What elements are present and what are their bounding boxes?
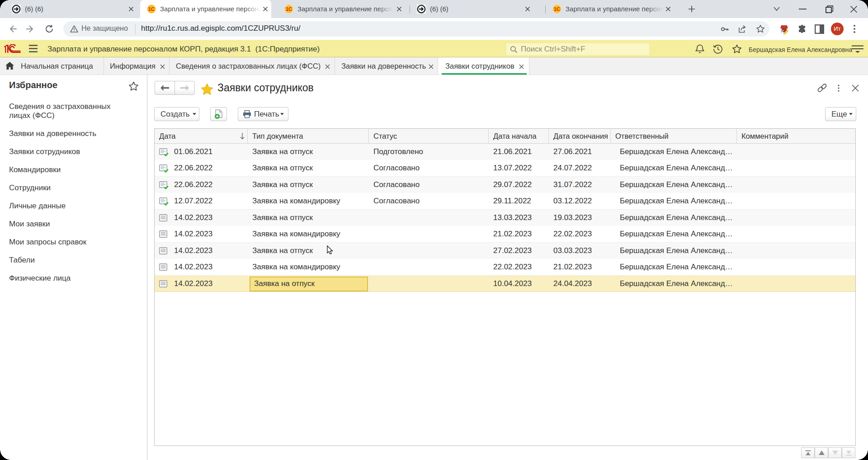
svg-text:1С: 1С (148, 6, 155, 12)
svg-text:1С: 1С (286, 6, 292, 12)
svg-text:1С: 1С (554, 6, 560, 12)
